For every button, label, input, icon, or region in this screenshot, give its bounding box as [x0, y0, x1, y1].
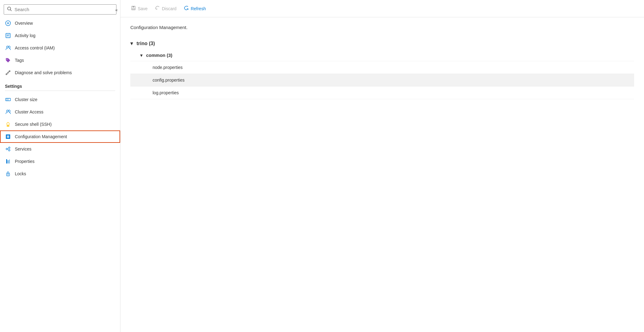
svg-point-13 — [7, 72, 9, 73]
settings-section-label: Settings — [0, 79, 120, 91]
services-icon — [5, 146, 11, 152]
tree-item-config-properties[interactable]: config.properties — [130, 74, 634, 86]
access-control-icon — [5, 45, 11, 51]
search-bar[interactable] — [4, 4, 116, 15]
sidebar-item-locks[interactable]: Locks — [0, 168, 120, 180]
svg-point-33 — [8, 174, 9, 175]
svg-point-25 — [9, 147, 10, 149]
svg-line-28 — [8, 149, 9, 150]
save-label: Save — [138, 6, 148, 11]
trino-label: trino (3) — [137, 41, 155, 46]
sidebar: « Overview Activity log — [0, 0, 120, 332]
settings-divider — [5, 91, 115, 91]
refresh-button[interactable]: Refresh — [181, 4, 209, 13]
sidebar-item-access-control[interactable]: Access control (IAM) — [0, 42, 120, 54]
svg-rect-35 — [133, 6, 134, 7]
svg-point-8 — [6, 46, 8, 48]
sidebar-item-secure-shell[interactable]: Secure shell (SSH) — [0, 118, 120, 130]
svg-point-9 — [8, 46, 10, 48]
cluster-access-icon — [5, 109, 11, 115]
collapse-button[interactable]: « — [113, 5, 120, 15]
save-icon — [131, 6, 136, 11]
properties-icon — [5, 158, 11, 164]
activity-log-label: Activity log — [15, 33, 36, 38]
configuration-management-label: Configuration Management — [15, 134, 67, 139]
svg-point-4 — [8, 23, 9, 24]
svg-point-26 — [9, 150, 10, 151]
overview-icon — [5, 20, 11, 26]
svg-rect-30 — [8, 160, 9, 164]
overview-label: Overview — [15, 21, 33, 26]
secure-shell-label: Secure shell (SSH) — [15, 122, 52, 127]
save-button[interactable]: Save — [128, 4, 151, 13]
sidebar-navigation: Overview Activity log Acc — [0, 17, 120, 332]
svg-rect-29 — [6, 159, 7, 164]
locks-icon — [5, 171, 11, 177]
services-label: Services — [15, 147, 32, 151]
toolbar: Save Discard Refresh — [120, 0, 644, 17]
trino-chevron: ▾ — [130, 40, 133, 46]
tags-icon — [5, 57, 11, 63]
svg-point-18 — [8, 110, 10, 112]
refresh-icon — [184, 6, 189, 11]
ssh-icon — [5, 121, 11, 127]
search-icon — [7, 6, 12, 12]
tree-group-trino[interactable]: ▾ trino (3) — [130, 37, 634, 49]
config-icon — [5, 134, 11, 140]
svg-point-24 — [6, 148, 8, 150]
cluster-size-label: Cluster size — [15, 97, 37, 102]
content-area: Configuration Management. ▾ trino (3) ▾ … — [120, 17, 644, 332]
sidebar-item-overview[interactable]: Overview — [0, 17, 120, 29]
sidebar-item-properties[interactable]: Properties — [0, 155, 120, 168]
tree-item-log-properties[interactable]: log.properties — [130, 86, 634, 99]
diagnose-label: Diagnose and solve problems — [15, 70, 72, 75]
sidebar-item-cluster-access[interactable]: Cluster Access — [0, 106, 120, 118]
discard-label: Discard — [162, 6, 176, 11]
discard-button[interactable]: Discard — [152, 4, 179, 13]
tree-item-node-properties[interactable]: node.properties — [130, 61, 634, 74]
svg-point-17 — [6, 110, 8, 112]
locks-label: Locks — [15, 171, 26, 176]
svg-line-1 — [11, 10, 12, 11]
svg-rect-23 — [7, 135, 9, 138]
sidebar-item-configuration-management[interactable]: Configuration Management — [0, 130, 120, 143]
diagnose-icon — [5, 70, 11, 76]
svg-rect-31 — [9, 160, 10, 164]
svg-point-21 — [8, 126, 8, 126]
log-properties-label: log.properties — [153, 90, 179, 95]
common-label: common (3) — [146, 53, 172, 58]
sidebar-item-activity-log[interactable]: Activity log — [0, 29, 120, 42]
svg-rect-5 — [6, 33, 10, 38]
sidebar-item-services[interactable]: Services — [0, 143, 120, 155]
main-content: Save Discard Refresh Configuration Manag… — [120, 0, 644, 332]
svg-line-27 — [8, 148, 9, 149]
refresh-label: Refresh — [191, 6, 206, 11]
activity-log-icon — [5, 32, 11, 39]
properties-label: Properties — [15, 159, 35, 164]
tree-subgroup-common[interactable]: ▾ common (3) — [130, 49, 634, 61]
discard-icon — [155, 6, 160, 11]
svg-point-10 — [6, 59, 7, 59]
svg-rect-36 — [132, 8, 135, 10]
sidebar-item-diagnose[interactable]: Diagnose and solve problems — [0, 66, 120, 79]
page-title: Configuration Management. — [130, 25, 634, 30]
cluster-access-label: Cluster Access — [15, 109, 44, 114]
access-control-label: Access control (IAM) — [15, 45, 55, 50]
search-input[interactable] — [15, 7, 113, 12]
common-chevron: ▾ — [140, 53, 142, 58]
cluster-size-icon — [5, 96, 11, 103]
sidebar-item-cluster-size[interactable]: Cluster size — [0, 93, 120, 106]
config-properties-label: config.properties — [153, 78, 185, 83]
sidebar-item-tags[interactable]: Tags — [0, 54, 120, 66]
tags-label: Tags — [15, 58, 24, 63]
trino-subtree: ▾ common (3) node.properties config.prop… — [130, 49, 634, 99]
config-tree: ▾ trino (3) ▾ common (3) node.properties… — [130, 37, 634, 99]
node-properties-label: node.properties — [153, 65, 183, 70]
